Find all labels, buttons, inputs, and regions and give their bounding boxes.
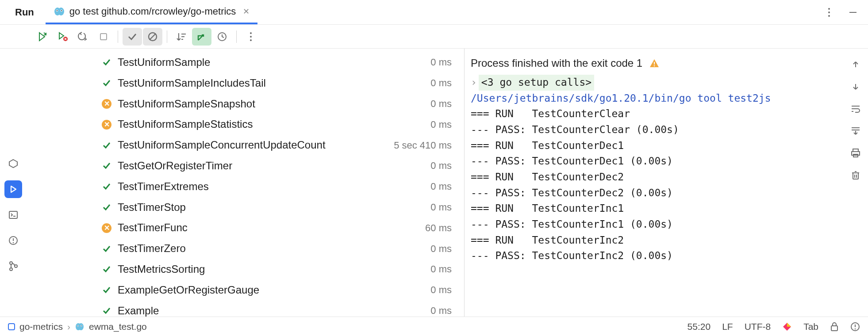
print-icon[interactable] [849,147,862,159]
console-line: --- PASS: TestCounterInc2 (0.00s) [471,248,839,264]
svg-line-13 [150,34,156,40]
go-command-path: /Users/jetbrains/sdk/go1.20.1/bin/go too… [471,91,839,107]
svg-rect-39 [853,173,858,179]
console-line: --- PASS: TestCounterClear (0.00s) [471,122,839,138]
chevron-right-icon: › [67,321,70,332]
file-encoding[interactable]: UTF-8 [745,321,771,332]
svg-point-27 [10,262,12,264]
test-name: ExampleGetOrRegisterGauge [118,283,430,298]
breadcrumb[interactable]: go-metrics › ewma_test.go [8,321,147,332]
scroll-up-icon[interactable] [849,58,862,71]
crumb-file: ewma_test.go [89,321,147,332]
test-duration: 0 ms [430,76,452,90]
test-row[interactable]: ExampleGetOrRegisterGauge0 ms [27,280,464,301]
rerun-failed-button[interactable] [53,28,73,46]
test-duration: 0 ms [430,242,452,256]
indent-setting[interactable]: Tab [803,321,818,332]
test-history-button[interactable] [212,28,232,46]
console-line: === RUN TestCounterDec1 [471,138,839,154]
svg-point-4 [57,10,58,11]
setup-calls-fold[interactable]: <3 go setup calls> [479,75,594,91]
show-ignored-button[interactable] [143,28,162,46]
test-row[interactable]: TestUniformSample0 ms [27,52,464,73]
expand-all-button[interactable] [192,28,211,46]
run-config-tab-title: go test github.com/rcrowley/go-metrics [69,6,236,17]
test-row[interactable]: TestUniformSampleStatistics0 ms [27,114,464,135]
test-tree-panel[interactable]: TestUniformSample0 msTestUniformSampleIn… [27,49,465,317]
test-row[interactable]: TestTimerZero0 ms [27,238,464,259]
test-row[interactable]: TestUniformSampleConcurrentUpdateCount5 … [27,135,464,156]
svg-point-55 [855,328,856,329]
inspection-icon[interactable] [850,322,860,332]
test-toolbar [0,25,868,49]
test-name: TestGetOrRegisterTimer [118,158,430,174]
check-icon [102,306,111,316]
test-duration: 0 ms [430,55,452,69]
process-exit-line: Process finished with the exit code 1 [471,55,839,71]
test-duration: 0 ms [430,200,452,214]
toolbar-more-button[interactable] [241,28,261,46]
check-icon [102,161,111,171]
test-row[interactable]: TestTimerExtremes0 ms [27,176,464,197]
svg-point-19 [250,36,252,38]
scroll-to-end-icon[interactable] [849,125,862,137]
test-name: TestUniformSampleStatistics [118,117,430,132]
stop-button[interactable] [94,28,113,46]
test-duration: 0 ms [430,304,452,317]
console-line: === RUN TestCounterDec2 [471,169,839,185]
check-icon [102,141,111,150]
soft-wrap-icon[interactable] [849,103,862,115]
run-tool-icon[interactable] [4,180,22,198]
line-separator[interactable]: LF [722,321,733,332]
test-duration: 0 ms [430,179,452,194]
test-row[interactable]: TestTimerFunc60 ms [27,218,464,238]
test-duration: 60 ms [425,221,452,235]
vcs-tool-icon[interactable] [4,257,22,275]
svg-point-8 [828,15,830,17]
warning-icon [649,59,659,68]
rerun-button[interactable] [33,28,52,46]
scroll-down-icon[interactable] [849,80,862,93]
check-icon [102,285,111,295]
sort-button[interactable] [172,28,191,46]
fold-caret-icon[interactable]: › [471,75,477,91]
more-icon[interactable] [823,6,835,19]
close-icon[interactable]: ✕ [243,7,250,16]
structure-icon[interactable] [4,155,22,172]
minimize-icon[interactable] [847,6,859,19]
svg-point-20 [250,39,252,41]
left-tool-strip [0,49,27,317]
svg-rect-11 [100,34,107,40]
problems-tool-icon[interactable] [4,232,22,249]
toggle-auto-test-button[interactable] [73,28,93,46]
console-line: --- PASS: TestCounterDec1 (0.00s) [471,153,839,169]
test-duration: 5 sec 410 ms [394,138,452,153]
console-line: === RUN TestCounterInc1 [471,201,839,217]
show-passed-button[interactable] [123,28,142,46]
run-config-tab[interactable]: go test github.com/rcrowley/go-metrics ✕ [46,0,258,24]
terminal-tool-icon[interactable] [4,206,22,224]
test-duration: 0 ms [430,97,452,111]
check-icon [102,182,111,191]
test-row[interactable]: Example0 ms [27,301,464,317]
test-row[interactable]: TestGetOrRegisterTimer0 ms [27,156,464,176]
console-line: --- PASS: TestCounterDec2 (0.00s) [471,185,839,201]
test-row[interactable]: TestTimerStop0 ms [27,197,464,218]
test-row[interactable]: TestUniformSampleSnapshot0 ms [27,94,464,115]
test-row[interactable]: TestMetricsSorting0 ms [27,259,464,280]
readonly-icon[interactable] [830,322,839,332]
test-name: TestTimerZero [118,241,430,256]
main-area: TestUniformSample0 msTestUniformSampleIn… [0,49,868,317]
ide-logo-icon[interactable] [782,322,792,332]
warn-icon [102,120,111,130]
cursor-position[interactable]: 55:20 [687,321,711,332]
svg-point-1 [58,8,64,15]
test-row[interactable]: TestUniformSampleIncludesTail0 ms [27,73,464,94]
svg-marker-21 [9,160,17,168]
module-icon [8,323,15,330]
test-name: TestUniformSampleIncludesTail [118,76,430,91]
clear-all-icon[interactable] [849,169,862,181]
test-name: TestTimerFunc [118,220,425,236]
warn-icon [102,99,111,109]
test-name: TestTimerExtremes [118,179,430,195]
